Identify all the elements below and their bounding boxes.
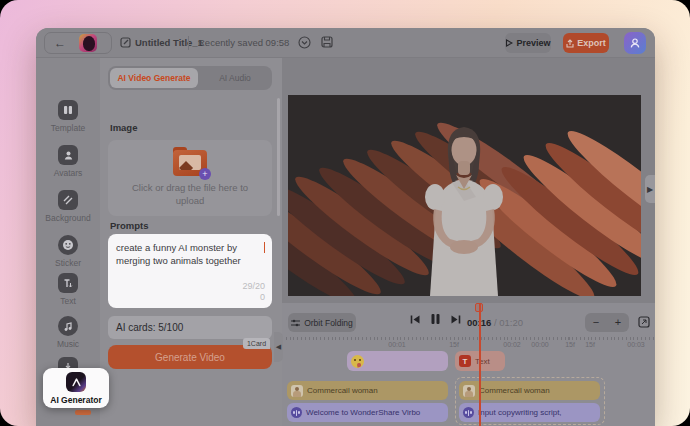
home-group: ← — [44, 32, 112, 54]
template-icon — [58, 100, 78, 120]
ai-generator-label: AI Generator — [43, 395, 109, 405]
avatar-clip-label: Commercail woman — [307, 386, 378, 395]
ruler-label: 00:02 — [503, 341, 521, 348]
timeline-area: Orbit Folding 00:16 / 01:20 − + — [282, 303, 655, 426]
fit-timeline-button[interactable] — [637, 315, 651, 329]
playhead-line[interactable] — [479, 303, 481, 426]
saved-status: Recently saved 09:58 — [198, 37, 289, 48]
panel-scrollbar[interactable] — [277, 98, 280, 216]
tab-ai-audio[interactable]: AI Audio — [198, 73, 272, 83]
sidebar-item-template[interactable]: Template — [36, 100, 100, 133]
script-clip-label: Welcome to WonderShare Virbo — [306, 408, 420, 417]
save-icon[interactable] — [321, 36, 333, 48]
app-logo[interactable] — [79, 34, 97, 52]
effect-label: Orbit Folding — [304, 318, 353, 328]
script-clip[interactable]: Welcome to WonderShare Virbo — [287, 403, 448, 422]
prompt-textarea[interactable]: create a funny AI monster by merging two… — [108, 234, 272, 308]
ai-generator-icon — [66, 372, 86, 392]
tab-ai-video-generate[interactable]: AI Video Generate — [110, 68, 198, 88]
sidebar-item-sticker[interactable]: Sticker — [36, 235, 100, 268]
sidebar-item-ai-generator[interactable]: AI Generator — [43, 368, 109, 408]
app-window: ← Untitled Title_1 Recently saved 09:58 … — [36, 28, 655, 426]
sidebar-label: Music — [36, 339, 100, 349]
image-upload-dropzone[interactable]: + Click or drag the file here to upload — [108, 140, 272, 216]
sticker-icon — [58, 235, 78, 255]
ai-generator-indicator — [75, 410, 91, 415]
avatars-icon — [58, 145, 78, 165]
text-clip-label: Text — [475, 357, 490, 366]
project-title[interactable]: Untitled Title_1 — [135, 37, 203, 48]
preview-play-icon — [505, 39, 513, 47]
sidebar-item-avatars[interactable]: Avatars — [36, 145, 100, 178]
scene-effect-chip[interactable]: Orbit Folding — [288, 313, 356, 332]
prompts-section-label: Prompts — [110, 220, 149, 231]
clip-selection-outline — [455, 377, 605, 425]
panel-tabbar: AI Video Generate AI Audio — [108, 66, 272, 90]
preview-label: Preview — [516, 38, 550, 48]
panel-collapse-handle[interactable]: ◀ — [274, 332, 283, 362]
text-icon — [58, 273, 78, 293]
playhead-handle[interactable] — [475, 303, 483, 312]
back-button[interactable]: ← — [45, 36, 75, 50]
total-time: / 01:20 — [494, 317, 523, 328]
text-clip-icon: T — [459, 355, 471, 367]
preview-frame — [288, 95, 641, 296]
zoom-controls: − + — [585, 313, 629, 332]
image-section-label: Image — [110, 122, 137, 133]
sidebar-label: Text — [36, 296, 100, 306]
top-bar: ← Untitled Title_1 Recently saved 09:58 … — [36, 28, 655, 58]
timeline-ruler[interactable]: 00:00 15f 00:01 15f 00:02 15f 00:03 — [282, 337, 655, 351]
upload-folder-icon: + — [173, 150, 207, 176]
ruler-label: 00:03 — [627, 341, 645, 348]
video-preview[interactable] — [288, 95, 641, 296]
account-avatar[interactable] — [624, 32, 646, 54]
zoom-in-button[interactable]: + — [607, 313, 629, 332]
avatar-clip[interactable]: Commercail woman — [287, 381, 448, 400]
topbar-divider — [188, 36, 189, 50]
add-image-badge: + — [199, 168, 211, 180]
kiss-emoji-icon — [351, 355, 364, 368]
background-icon — [58, 190, 78, 210]
transport-controls — [410, 313, 461, 325]
sidebar-label: Template — [36, 123, 100, 133]
prompt-text: create a funny AI monster by merging two… — [116, 241, 264, 268]
zoom-out-button[interactable]: − — [585, 313, 607, 332]
card-cost-badge: 1Card — [243, 338, 270, 349]
sidebar-label: Avatars — [36, 168, 100, 178]
char-counter: 29/200 — [241, 281, 265, 303]
export-button[interactable]: Export — [563, 33, 609, 53]
export-label: Export — [577, 38, 606, 48]
rename-icon[interactable] — [120, 37, 131, 48]
export-icon — [566, 39, 574, 48]
ai-generate-panel: AI Video Generate AI Audio Image + Click… — [100, 58, 282, 426]
ai-cards-balance: AI cards: 5/100 — [108, 316, 272, 339]
ruler-label: 15f — [565, 341, 575, 348]
music-icon — [58, 316, 78, 336]
ruler-label: 00:00 — [531, 341, 549, 348]
sidebar-label: Sticker — [36, 258, 100, 268]
ruler-label: 15f — [449, 341, 459, 348]
canvas-collapse-handle[interactable]: ▶ — [645, 175, 655, 203]
sidebar-item-music[interactable]: Music — [36, 316, 100, 349]
adjust-icon — [291, 319, 300, 327]
desktop-background: ← Untitled Title_1 Recently saved 09:58 … — [0, 0, 690, 426]
text-cursor — [264, 242, 266, 253]
sidebar-item-background[interactable]: Background — [36, 190, 100, 223]
avatar-thumb-icon — [291, 385, 303, 397]
sticker-clip[interactable] — [347, 351, 448, 371]
skip-end-button[interactable] — [450, 314, 461, 325]
upload-hint: Click or drag the file here to upload — [108, 182, 272, 208]
ruler-label: 00:01 — [388, 341, 406, 348]
timecode: 00:16 / 01:20 — [467, 317, 523, 328]
skip-start-button[interactable] — [410, 314, 421, 325]
sidebar-label: Background — [36, 213, 100, 223]
voice-icon — [291, 407, 302, 418]
pause-button[interactable] — [430, 313, 441, 325]
sync-dropdown-icon[interactable] — [298, 36, 311, 49]
ruler-label: 15f — [585, 341, 595, 348]
sidebar-item-text[interactable]: Text — [36, 273, 100, 306]
preview-button[interactable]: Preview — [505, 33, 551, 53]
